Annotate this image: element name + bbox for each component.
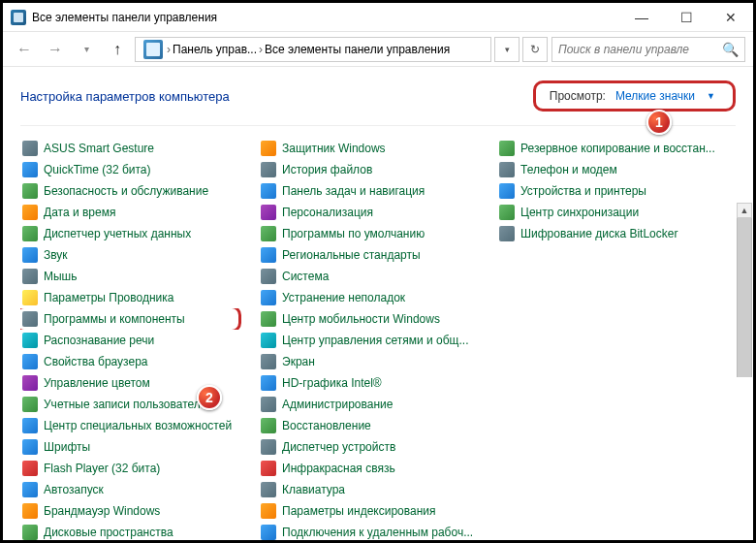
- control-panel-item[interactable]: Дата и время: [20, 202, 259, 223]
- item-label: Диспетчер устройств: [282, 440, 395, 454]
- refresh-button[interactable]: ↻: [522, 37, 548, 62]
- item-icon: [261, 503, 276, 519]
- control-panel-item[interactable]: Центр специальных возможностей: [20, 415, 259, 436]
- control-panel-item[interactable]: Экран: [259, 351, 497, 372]
- item-icon: [22, 183, 38, 199]
- breadcrumb-item[interactable]: Все элементы панели управления: [265, 43, 450, 56]
- control-panel-item[interactable]: Центр управления сетями и общ...: [259, 330, 497, 351]
- control-panel-item[interactable]: Свойства браузера: [20, 351, 259, 372]
- search-box[interactable]: 🔍: [551, 37, 745, 62]
- scroll-thumb[interactable]: [737, 218, 752, 377]
- control-panel-item[interactable]: Дисковые пространства: [20, 522, 259, 540]
- chevron-down-icon: ▼: [707, 91, 715, 101]
- item-label: Центр мобильности Windows: [282, 312, 440, 326]
- control-panel-item[interactable]: Flash Player (32 бита): [20, 458, 259, 479]
- control-panel-item[interactable]: Клавиатура: [259, 479, 497, 500]
- control-panel-item[interactable]: Шифрование диска BitLocker: [497, 223, 736, 244]
- item-label: Распознавание речи: [44, 334, 154, 347]
- search-input[interactable]: [558, 43, 722, 56]
- item-icon: [22, 333, 38, 348]
- control-panel-item[interactable]: ASUS Smart Gesture: [20, 138, 259, 159]
- item-label: Брандмауэр Windows: [44, 504, 160, 518]
- item-icon: [261, 375, 276, 391]
- control-panel-item[interactable]: Телефон и модем: [497, 159, 736, 180]
- item-icon: [261, 269, 276, 284]
- scroll-up-button[interactable]: ▲: [737, 203, 752, 218]
- item-label: Региональные стандарты: [282, 248, 421, 262]
- control-panel-item[interactable]: Персонализация: [259, 202, 497, 223]
- address-history-button[interactable]: ▾: [494, 37, 520, 62]
- item-icon: [22, 418, 38, 433]
- item-label: Управление цветом: [44, 376, 150, 390]
- items-list: ASUS Smart GestureQuickTime (32 бита)Без…: [20, 138, 736, 540]
- up-button[interactable]: ↑: [104, 36, 131, 63]
- item-label: Система: [282, 270, 329, 283]
- control-panel-item[interactable]: Региональные стандарты: [259, 244, 497, 266]
- item-label: Мышь: [44, 270, 78, 283]
- item-label: Подключения к удаленным рабоч...: [282, 526, 473, 539]
- control-panel-item[interactable]: Центр синхронизации: [497, 202, 736, 223]
- item-label: История файлов: [282, 163, 372, 176]
- item-label: Центр управления сетями и общ...: [282, 334, 468, 347]
- item-icon: [22, 162, 38, 177]
- item-icon: [261, 461, 276, 476]
- control-panel-item[interactable]: Звук: [20, 244, 259, 266]
- control-panel-item[interactable]: Диспетчер учетных данных: [20, 223, 259, 244]
- vertical-scrollbar[interactable]: ▲: [737, 203, 752, 377]
- page-title: Настройка параметров компьютера: [20, 89, 230, 104]
- back-button[interactable]: ←: [11, 36, 38, 63]
- control-panel-item[interactable]: Устранение неполадок: [259, 287, 497, 308]
- chevron-right-icon: ›: [165, 43, 173, 56]
- close-button[interactable]: ✕: [709, 3, 753, 31]
- recent-locations-button[interactable]: ▾: [73, 36, 100, 63]
- item-icon: [499, 162, 515, 177]
- item-icon: [22, 375, 38, 391]
- control-panel-item[interactable]: Автозапуск: [20, 479, 259, 500]
- control-panel-item[interactable]: Устройства и принтеры: [497, 180, 736, 202]
- item-icon: [261, 333, 276, 348]
- breadcrumb-item[interactable]: Панель управ...: [173, 43, 257, 56]
- control-panel-item[interactable]: Шрифты: [20, 436, 259, 458]
- control-panel-item[interactable]: Инфракрасная связь: [259, 458, 497, 479]
- item-icon: [499, 205, 515, 220]
- control-panel-item[interactable]: Защитник Windows: [259, 138, 497, 159]
- control-panel-item[interactable]: Брандмауэр Windows: [20, 500, 259, 522]
- control-panel-item[interactable]: Распознавание речи: [20, 330, 259, 351]
- control-panel-item[interactable]: Параметры индексирования: [259, 500, 497, 522]
- minimize-button[interactable]: —: [619, 3, 664, 31]
- item-icon: [22, 205, 38, 220]
- control-panel-item[interactable]: Диспетчер устройств: [259, 436, 497, 458]
- control-panel-item[interactable]: Управление цветом: [20, 372, 259, 394]
- control-panel-item[interactable]: Программы и компоненты: [20, 308, 259, 330]
- control-panel-item[interactable]: Система: [259, 266, 497, 287]
- control-panel-item[interactable]: Учетные записи пользователей: [20, 394, 259, 415]
- item-label: Восстановление: [282, 419, 371, 432]
- item-label: Программы по умолчанию: [282, 227, 425, 240]
- control-panel-item[interactable]: HD-графика Intel®: [259, 372, 497, 394]
- item-icon: [22, 397, 38, 412]
- item-icon: [261, 183, 276, 199]
- maximize-button[interactable]: ☐: [664, 3, 709, 31]
- control-panel-item[interactable]: Резервное копирование и восстан...: [497, 138, 736, 159]
- control-panel-item[interactable]: Панель задач и навигация: [259, 180, 497, 202]
- control-panel-item[interactable]: Центр мобильности Windows: [259, 308, 497, 330]
- breadcrumb[interactable]: › Панель управ... › Все элементы панели …: [135, 37, 491, 62]
- item-icon: [22, 482, 38, 497]
- item-label: Безопасность и обслуживание: [44, 184, 208, 198]
- control-panel-item[interactable]: QuickTime (32 бита): [20, 159, 259, 180]
- control-panel-item[interactable]: Подключения к удаленным рабоч...: [259, 522, 497, 540]
- item-icon: [22, 269, 38, 284]
- control-panel-item[interactable]: Программы по умолчанию: [259, 223, 497, 244]
- control-panel-item[interactable]: Мышь: [20, 266, 259, 287]
- forward-button[interactable]: →: [42, 36, 69, 63]
- view-selector[interactable]: Просмотр: Мелкие значки ▼: [533, 80, 736, 112]
- control-panel-item[interactable]: История файлов: [259, 159, 497, 180]
- control-panel-item[interactable]: Восстановление: [259, 415, 497, 436]
- item-icon: [261, 354, 276, 369]
- control-panel-item[interactable]: Безопасность и обслуживание: [20, 180, 259, 202]
- item-icon: [261, 226, 276, 241]
- item-label: ASUS Smart Gesture: [44, 142, 154, 155]
- control-panel-item[interactable]: Параметры Проводника: [20, 287, 259, 308]
- item-label: Шифрование диска BitLocker: [520, 227, 677, 240]
- control-panel-item[interactable]: Администрирование: [259, 394, 497, 415]
